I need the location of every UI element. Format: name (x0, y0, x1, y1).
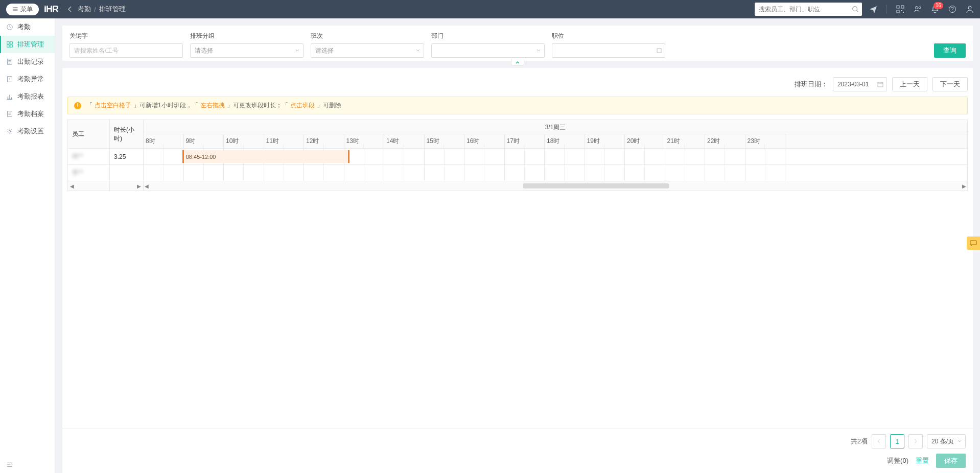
qrcode-icon[interactable] (896, 5, 904, 13)
search-icon[interactable] (852, 6, 859, 13)
menu-icon (12, 6, 18, 12)
bell-icon[interactable]: 16 (931, 5, 939, 13)
svg-rect-1 (897, 6, 899, 8)
svg-rect-4 (901, 10, 902, 11)
global-search (755, 3, 862, 16)
divider (886, 5, 887, 14)
menu-button[interactable]: 菜单 (6, 4, 39, 15)
app-logo: iHR (44, 4, 58, 15)
svg-rect-2 (901, 6, 904, 8)
menu-label: 菜单 (20, 5, 33, 14)
header-actions: 16 (869, 5, 974, 14)
back-button[interactable] (67, 6, 73, 13)
user-icon[interactable] (966, 5, 974, 13)
help-icon[interactable] (948, 5, 956, 13)
svg-point-0 (853, 7, 857, 11)
contacts-icon[interactable] (914, 5, 922, 13)
search-input[interactable] (755, 3, 862, 16)
breadcrumb-separator: / (94, 6, 96, 13)
svg-point-6 (916, 7, 918, 9)
app-header: 菜单 iHR 考勤 / 排班管理 16 (0, 0, 980, 18)
breadcrumb-page: 排班管理 (99, 5, 126, 14)
svg-point-7 (919, 7, 921, 9)
svg-rect-3 (897, 10, 899, 13)
svg-point-9 (968, 6, 971, 9)
notification-badge: 16 (934, 2, 943, 9)
breadcrumb: 考勤 / 排班管理 (78, 5, 126, 14)
svg-rect-5 (903, 12, 904, 13)
breadcrumb-module[interactable]: 考勤 (78, 5, 91, 14)
send-icon[interactable] (869, 5, 877, 13)
chevron-left-icon (67, 6, 73, 13)
